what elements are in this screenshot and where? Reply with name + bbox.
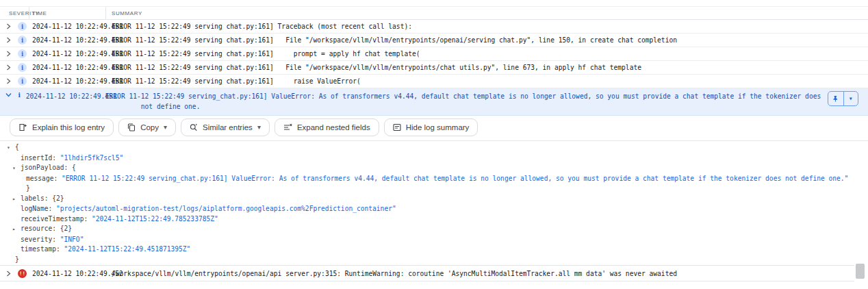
chevron-down-icon: ▾ (257, 124, 261, 131)
column-header-severity: SEVERITY (0, 7, 29, 19)
explain-log-entry-button[interactable]: Explain this log entry (10, 118, 114, 136)
pin-dropdown-button[interactable]: ▾ (843, 92, 858, 105)
table-header: SEVERITY TIME SUMMARY (0, 6, 868, 20)
log-summary: ERROR 11-12 15:22:49 serving_chat.py:161… (112, 77, 868, 85)
info-severity-icon: i (15, 92, 24, 99)
explain-sparkle-icon (18, 123, 27, 131)
expand-nested-icon (283, 123, 292, 131)
log-row[interactable]: !! 2024-11-12 10:22:49.452 /workspace/vl… (0, 266, 868, 281)
info-severity-icon: i (18, 36, 27, 45)
log-summary: ERROR 11-12 15:22:49 serving_chat.py:161… (112, 23, 868, 30)
button-label: Similar entries (203, 123, 253, 131)
json-line: ▸labels: {2} (0, 194, 868, 205)
error-severity-icon: !! (18, 269, 27, 278)
log-summary: ERROR 11-12 15:22:49 serving_chat.py:161… (105, 91, 821, 112)
expand-nested-fields-button[interactable]: Expand nested fields (275, 118, 379, 136)
expand-chevron-icon[interactable] (0, 271, 18, 277)
log-row[interactable]: i 2024-11-12 10:22:49.451 ERROR 11-12 15… (0, 34, 868, 47)
json-line: } (0, 255, 868, 265)
column-header-summary: SUMMARY (105, 7, 868, 19)
log-time: 2024-11-12 10:22:49.451 (32, 36, 112, 44)
pin-button[interactable] (828, 92, 843, 105)
info-severity-icon: i (18, 22, 27, 31)
button-label: Hide log summary (406, 123, 470, 131)
log-viewer: SEVERITY TIME SUMMARY i 2024-11-12 10:22… (0, 0, 868, 289)
json-line: receiveTimestamp: "2024-11-12T15:22:49.7… (0, 214, 868, 225)
tree-expand-icon[interactable]: ▸ (12, 225, 21, 235)
json-line: ▾jsonPayload: { (0, 163, 868, 174)
json-line: ▾{ (0, 142, 868, 153)
log-row[interactable]: i 2024-11-12 10:22:49.451 ERROR 11-12 15… (0, 47, 868, 61)
log-time: 2024-11-12 10:22:49.451 (26, 91, 105, 101)
tree-collapse-icon[interactable]: ▾ (12, 164, 21, 174)
json-line: logName: "projects/automl-migration-test… (0, 204, 868, 214)
info-severity-icon: i (18, 49, 27, 58)
info-severity-icon: i (18, 77, 27, 86)
expand-chevron-icon[interactable] (0, 64, 18, 71)
log-time: 2024-11-12 10:22:49.452 (32, 270, 112, 277)
copy-button[interactable]: Copy ▾ (118, 118, 176, 136)
json-line: ▸resource: {2} (0, 224, 868, 235)
json-line: severity: "INFO" (0, 235, 868, 245)
json-line: } (0, 184, 868, 194)
log-row[interactable]: i 2024-11-12 10:22:49.451 ERROR 11-12 15… (0, 61, 868, 75)
json-line: message: "ERROR 11-12 15:22:49 serving_c… (0, 174, 868, 184)
column-header-time: TIME (29, 7, 105, 19)
tree-collapse-icon[interactable]: ▾ (7, 143, 15, 153)
pin-split-button: ▾ (828, 91, 858, 106)
summary-line: ERROR 11-12 15:22:49 serving_chat.py:161… (105, 91, 821, 101)
similar-entries-button[interactable]: Similar entries ▾ (181, 118, 270, 136)
chevron-down-icon: ▾ (164, 124, 167, 131)
pin-icon (832, 95, 839, 103)
log-time: 2024-11-12 10:22:49.451 (32, 50, 112, 58)
summary-line: not define one. (105, 101, 821, 112)
expand-chevron-icon[interactable] (0, 51, 18, 57)
tree-expand-icon[interactable]: ▸ (12, 194, 21, 205)
hide-summary-icon (393, 123, 401, 131)
button-label: Explain this log entry (32, 123, 105, 131)
collapse-chevron-icon[interactable] (0, 92, 15, 98)
info-severity-icon: i (18, 63, 27, 72)
expand-chevron-icon[interactable] (0, 23, 18, 29)
copy-icon (127, 123, 136, 131)
vertical-scrollbar-thumb[interactable] (856, 264, 865, 279)
button-label: Copy (140, 123, 159, 131)
similar-entries-icon (190, 123, 198, 131)
expand-chevron-icon[interactable] (0, 78, 18, 84)
json-line: timestamp: "2024-11-12T15:22:49.45187139… (0, 244, 868, 255)
log-time: 2024-11-12 10:22:49.451 (32, 23, 112, 30)
json-line: insertId: "1lhdir5fk7scl5" (0, 153, 868, 164)
log-entry-toolbar: Explain this log entry Copy ▾ Similar en… (0, 116, 868, 141)
log-summary: /workspace/vllm/vllm/entrypoints/openai/… (112, 270, 868, 277)
log-row[interactable]: i 2024-11-12 10:22:49.451 ERROR 11-12 15… (0, 75, 868, 88)
log-time: 2024-11-12 10:22:49.451 (32, 64, 112, 71)
log-summary: ERROR 11-12 15:22:49 serving_chat.py:161… (112, 36, 868, 44)
expand-chevron-icon[interactable] (0, 37, 18, 43)
log-summary: ERROR 11-12 15:22:49 serving_chat.py:161… (112, 64, 868, 71)
log-entry-json-view: ▾{ insertId: "1lhdir5fk7scl5" ▾jsonPaylo… (0, 141, 868, 266)
log-summary: ERROR 11-12 15:22:49 serving_chat.py:161… (112, 50, 868, 58)
expanded-log-row[interactable]: i 2024-11-12 10:22:49.451 ERROR 11-12 15… (0, 88, 868, 116)
button-label: Expand nested fields (297, 123, 370, 131)
chevron-down-icon: ▾ (849, 95, 853, 102)
log-row[interactable]: i 2024-11-12 10:22:49.451 ERROR 11-12 15… (0, 20, 868, 34)
hide-log-summary-button[interactable]: Hide log summary (384, 118, 478, 136)
log-time: 2024-11-12 10:22:49.451 (32, 77, 112, 85)
